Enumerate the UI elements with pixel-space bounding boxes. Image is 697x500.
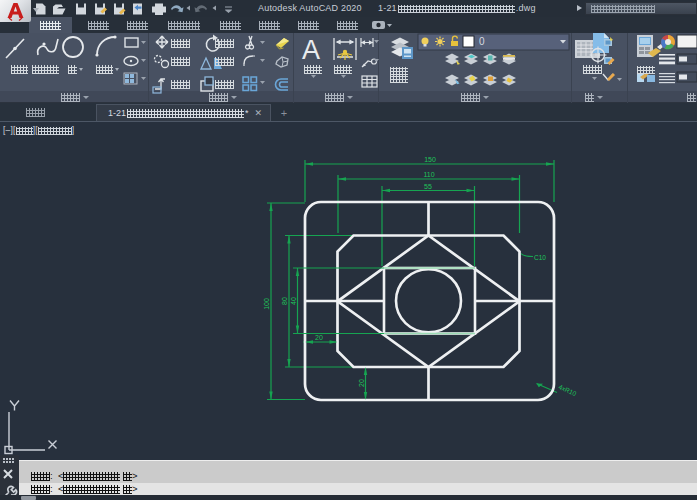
- svg-text:C10: C10: [534, 254, 546, 261]
- svg-text:0: 0: [479, 36, 485, 47]
- svg-text:150: 150: [424, 156, 436, 163]
- svg-text:55: 55: [424, 183, 432, 190]
- svg-text:20: 20: [315, 334, 323, 341]
- svg-text:20: 20: [358, 379, 365, 387]
- svg-text:40: 40: [290, 297, 297, 305]
- svg-text:4xR10: 4xR10: [558, 383, 578, 397]
- svg-text:A: A: [302, 35, 320, 65]
- svg-text:110: 110: [423, 171, 434, 178]
- svg-text:100: 100: [263, 298, 270, 310]
- svg-text:80: 80: [281, 297, 288, 305]
